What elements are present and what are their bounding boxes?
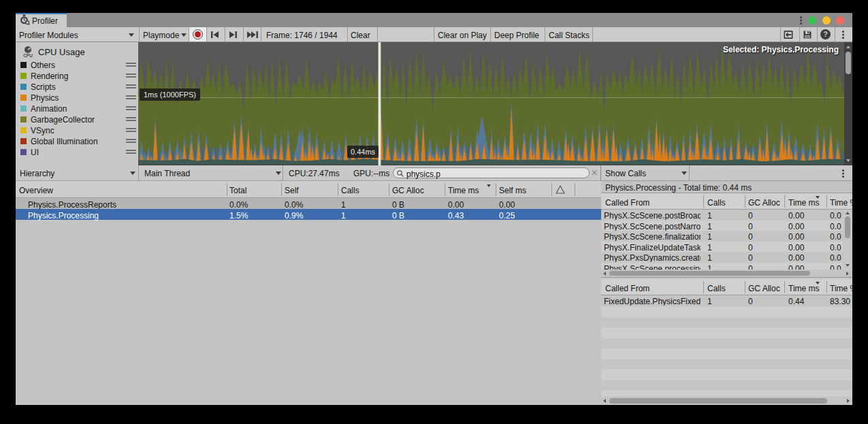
- svg-text:CPU: CPU: [23, 53, 33, 58]
